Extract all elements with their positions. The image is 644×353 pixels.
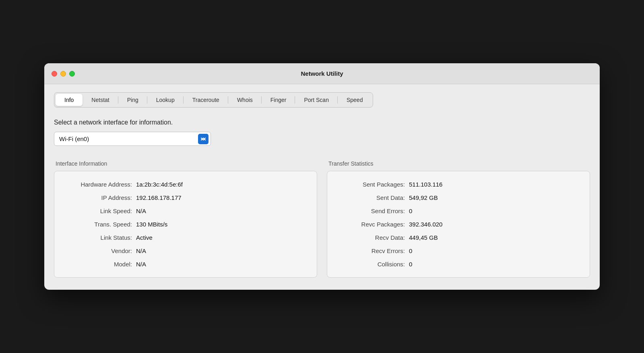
info-value: 1a:2b:3c:4d:5e:6f	[136, 181, 183, 188]
traffic-lights	[52, 71, 75, 77]
interface-info-box: Hardware Address: 1a:2b:3c:4d:5e:6f IP A…	[54, 171, 317, 278]
stat-label: Recv Data:	[339, 234, 409, 241]
info-label: Hardware Address:	[66, 181, 136, 188]
stat-label: Sent Data:	[339, 194, 409, 201]
stat-value: 511.103.116	[409, 181, 442, 188]
table-row: Recv Data: 449,45 GB	[339, 234, 578, 241]
info-label: Vendor:	[66, 247, 136, 254]
table-row: Trans. Speed: 130 MBits/s	[66, 221, 305, 228]
stat-label: Revc Packages:	[339, 221, 409, 228]
tab-speed[interactable]: Speed	[338, 94, 372, 106]
tab-portscan[interactable]: Port Scan	[295, 94, 337, 106]
interface-select[interactable]: Wi-Fi (en0)Ethernet (en1)Loopback (lo0)	[54, 132, 211, 146]
stat-label: Recv Errors:	[339, 247, 409, 254]
table-row: Sent Packages: 511.103.116	[339, 181, 578, 188]
info-panels: Interface Information Hardware Address: …	[54, 160, 590, 278]
table-row: Sent Data: 549,92 GB	[339, 194, 578, 201]
info-label: IP Address:	[66, 194, 136, 201]
tab-netstat[interactable]: Netstat	[83, 94, 118, 106]
stat-value: 0	[409, 208, 412, 214]
tab-finger[interactable]: Finger	[262, 94, 295, 106]
tab-lookup[interactable]: Lookup	[147, 94, 184, 106]
stat-value: 0	[409, 247, 412, 254]
main-content: InfoNetstatPingLookupTracerouteWhoisFing…	[44, 84, 600, 290]
titlebar: Network Utility	[44, 63, 600, 84]
maximize-button[interactable]	[69, 71, 75, 77]
transfer-stats-box: Sent Packages: 511.103.116 Sent Data: 54…	[327, 171, 590, 278]
info-label: Link Status:	[66, 234, 136, 241]
info-value: N/A	[136, 247, 146, 254]
interface-prompt: Select a network interface for informati…	[54, 119, 590, 126]
stat-label: Sent Packages:	[339, 181, 409, 188]
info-value: 192.168.178.177	[136, 194, 182, 201]
info-label: Link Speed:	[66, 208, 136, 214]
window-title: Network Utility	[301, 70, 343, 77]
table-row: Send Errors: 0	[339, 208, 578, 214]
info-value: Active	[136, 234, 153, 241]
tab-bar: InfoNetstatPingLookupTracerouteWhoisFing…	[54, 92, 373, 108]
stat-value: 549,92 GB	[409, 194, 438, 201]
table-row: Recv Errors: 0	[339, 247, 578, 254]
stat-value: 392.346.020	[409, 221, 442, 228]
stat-label: Send Errors:	[339, 208, 409, 214]
table-row: Revc Packages: 392.346.020	[339, 221, 578, 228]
info-value: N/A	[136, 261, 146, 268]
stat-value: 0	[409, 261, 412, 268]
interface-info-title: Interface Information	[54, 160, 317, 167]
info-value: N/A	[136, 208, 146, 214]
info-label: Trans. Speed:	[66, 221, 136, 228]
table-row: Link Speed: N/A	[66, 208, 305, 214]
close-button[interactable]	[52, 71, 57, 77]
tab-info[interactable]: Info	[56, 94, 83, 106]
info-label: Model:	[66, 261, 136, 268]
table-row: Hardware Address: 1a:2b:3c:4d:5e:6f	[66, 181, 305, 188]
table-row: Link Status: Active	[66, 234, 305, 241]
tab-whois[interactable]: Whois	[228, 94, 262, 106]
tab-ping[interactable]: Ping	[118, 94, 147, 106]
interface-info-section: Interface Information Hardware Address: …	[54, 160, 317, 278]
stat-value: 449,45 GB	[409, 234, 438, 241]
info-value: 130 MBits/s	[136, 221, 167, 228]
table-row: Model: N/A	[66, 261, 305, 268]
transfer-stats-section: Transfer Statistics Sent Packages: 511.1…	[327, 160, 590, 278]
app-window: Network Utility InfoNetstatPingLookupTra…	[44, 63, 600, 290]
stat-label: Collisions:	[339, 261, 409, 268]
interface-select-wrapper: Wi-Fi (en0)Ethernet (en1)Loopback (lo0)	[54, 132, 211, 146]
transfer-stats-title: Transfer Statistics	[327, 160, 590, 167]
table-row: Collisions: 0	[339, 261, 578, 268]
minimize-button[interactable]	[60, 71, 66, 77]
table-row: Vendor: N/A	[66, 247, 305, 254]
tab-traceroute[interactable]: Traceroute	[184, 94, 228, 106]
table-row: IP Address: 192.168.178.177	[66, 194, 305, 201]
